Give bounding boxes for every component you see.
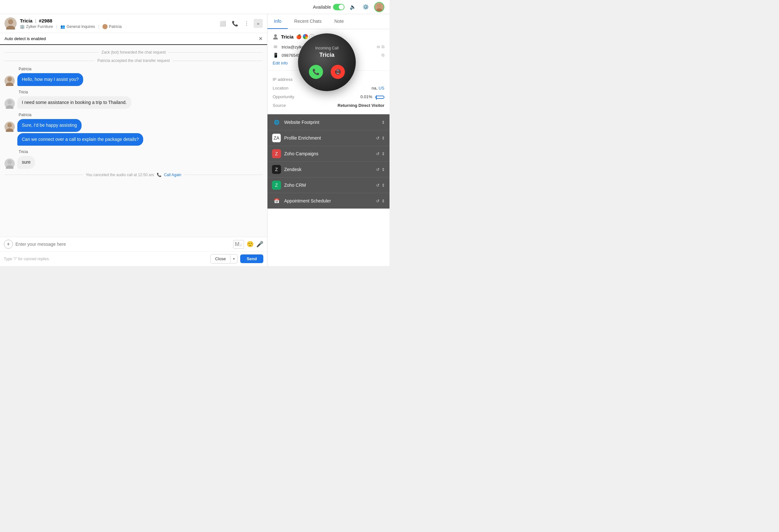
section-expand-zoho-campaigns[interactable]: ⇕: [381, 151, 385, 156]
company-name: Zylker Furniture: [26, 24, 53, 29]
section-panel-icon-website-footprint: 🌐: [272, 118, 281, 127]
incoming-call-name: Tricia: [319, 52, 334, 58]
apple-icon: 🍎: [296, 34, 302, 39]
external-link-button[interactable]: ⬜: [218, 19, 227, 28]
message-group-1: Patricia Hello, how may I assist you?: [4, 67, 263, 86]
contact-avatar: [4, 17, 17, 29]
email-copy-icons: ✉ ⧉: [377, 44, 384, 49]
user-bubble-1: I need some assistance in booking a trip…: [17, 96, 131, 109]
message-row-3a: Sure, I'd be happy assisting: [4, 119, 263, 132]
phone-copy-button[interactable]: ⧉: [381, 53, 384, 58]
section-panel-zoho-crm[interactable]: ZZoho CRM↺⇕: [267, 177, 390, 193]
close-button[interactable]: Close: [211, 255, 230, 263]
user-avatar[interactable]: [374, 2, 384, 12]
section-expand-zoho-crm[interactable]: ⇕: [381, 183, 385, 188]
call-again-link[interactable]: Call Again: [164, 173, 181, 177]
dept-icon: 👥: [60, 24, 65, 29]
section-panel-icon-zoho-campaigns: Z: [272, 149, 281, 158]
canned-hint: Type "/" for canned replies.: [4, 257, 50, 261]
source-row: Source Returning Direct Visitor: [273, 101, 384, 110]
section-expand-website-footprint[interactable]: ⇕: [381, 120, 385, 125]
input-toolbar: + M↓ 🙂 🎤: [0, 237, 267, 251]
email-copy-button[interactable]: ⧉: [381, 44, 384, 49]
section-panel-label-zoho-crm: Zoho CRM: [284, 183, 306, 188]
svg-point-9: [6, 128, 13, 132]
settings-icon[interactable]: ⚙️: [361, 3, 370, 11]
section-panels: 🌐Website Footprint⇕ZAProfile Enrichment↺…: [267, 114, 390, 209]
section-refresh-zoho-crm[interactable]: ↺: [376, 183, 379, 188]
markdown-icon[interactable]: M↓: [233, 240, 244, 249]
chat-title: Tricia | #2988: [20, 18, 215, 23]
message-group-2: Tricia I need some assistance in booking…: [4, 90, 263, 109]
section-panel-label-zoho-campaigns: Zoho Campaigns: [284, 151, 318, 156]
department-item: 👥 General Inquires: [60, 24, 95, 29]
section-refresh-zendesk[interactable]: ↺: [376, 167, 379, 172]
contact-name-display: Tricia: [281, 34, 294, 40]
svg-point-10: [7, 160, 12, 164]
auto-detect-banner: Auto detect is enabled ✕: [0, 33, 267, 45]
section-panel-website-footprint[interactable]: 🌐Website Footprint⇕: [267, 114, 390, 130]
sender-name-patricia-1: Patricia: [19, 67, 263, 71]
section-panel-appointment-scheduler[interactable]: 📅Appointment Scheduler↺⇕: [267, 193, 390, 209]
agent-message-avatar: [4, 76, 15, 86]
svg-point-7: [6, 105, 13, 109]
department-name: General Inquires: [66, 24, 95, 29]
edit-info-link[interactable]: Edit info: [273, 61, 288, 65]
svg-point-0: [377, 4, 381, 8]
accept-call-button[interactable]: 📞: [309, 65, 323, 79]
company-item: 🏢 Zylker Furniture: [20, 24, 53, 29]
section-expand-appointment-scheduler[interactable]: ⇕: [381, 199, 385, 203]
section-panel-icon-appointment-scheduler: 📅: [272, 196, 281, 205]
section-panel-zoho-campaigns[interactable]: ZZoho Campaigns↺⇕: [267, 146, 390, 161]
emoji-icon[interactable]: 🙂: [247, 241, 254, 248]
call-action-buttons: 📞 📵: [309, 65, 345, 79]
panel-tabs: Info Recent Chats Note: [267, 14, 390, 29]
phone-copy-icons: ⧉: [381, 53, 384, 58]
section-panel-label-profile-enrichment: Profile Enrichment: [284, 135, 321, 141]
chat-header: Tricia | #2988 🏢 Zylker Furniture | 👥 Ge…: [0, 14, 267, 33]
chat-header-info: Tricia | #2988 🏢 Zylker Furniture | 👥 Ge…: [20, 18, 215, 29]
message-row-1: Hello, how may I assist you?: [4, 73, 263, 86]
section-panel-zendesk[interactable]: ZZendesk↺⇕: [267, 161, 390, 177]
expand-panel-button[interactable]: »: [254, 19, 263, 28]
svg-point-6: [7, 100, 12, 104]
location-label: Location: [273, 86, 302, 90]
availability-toggle[interactable]: [333, 4, 345, 10]
company-icon: 🏢: [20, 24, 25, 29]
sender-name-patricia-2: Patricia: [19, 113, 263, 117]
message-row-4: sure: [4, 156, 263, 169]
sender-name-tricia-2: Tricia: [19, 149, 263, 154]
more-options-button[interactable]: ⋮: [243, 19, 250, 28]
section-refresh-zoho-campaigns[interactable]: ↺: [376, 151, 379, 156]
section-refresh-profile-enrichment[interactable]: ↺: [376, 136, 379, 141]
section-panel-profile-enrichment[interactable]: ZAProfile Enrichment↺⇕: [267, 130, 390, 146]
ticket-id: #2988: [39, 18, 52, 23]
banner-close-button[interactable]: ✕: [258, 36, 263, 42]
contact-person-icon: [273, 34, 279, 40]
sender-name-tricia-1: Tricia: [19, 90, 263, 94]
chat-subtitle: 🏢 Zylker Furniture | 👥 General Inquires …: [20, 24, 215, 29]
send-button[interactable]: Send: [240, 255, 263, 263]
section-expand-profile-enrichment[interactable]: ⇕: [381, 136, 385, 141]
decline-call-button[interactable]: 📵: [331, 65, 345, 79]
email-mail-button[interactable]: ✉: [377, 44, 380, 49]
section-expand-zendesk[interactable]: ⇕: [381, 167, 385, 172]
section-panel-label-zendesk: Zendesk: [284, 167, 302, 172]
tab-recent-chats[interactable]: Recent Chats: [288, 14, 328, 29]
svg-point-2: [8, 19, 13, 24]
section-refresh-appointment-scheduler[interactable]: ↺: [376, 199, 379, 203]
message-input[interactable]: [15, 242, 231, 247]
mic-icon[interactable]: 🎤: [256, 241, 263, 248]
user-message-avatar-1: [4, 98, 15, 109]
svg-point-12: [274, 34, 277, 37]
phone-button[interactable]: 📞: [231, 19, 240, 28]
volume-icon[interactable]: 🔈: [348, 3, 357, 11]
close-chevron-button[interactable]: ▾: [230, 255, 237, 262]
chat-messages: Zack (bot) forwarded the chat request Pa…: [0, 45, 267, 237]
tab-note[interactable]: Note: [328, 14, 350, 29]
svg-point-13: [273, 37, 278, 40]
tab-info[interactable]: Info: [267, 14, 288, 29]
add-attachment-button[interactable]: +: [4, 240, 13, 249]
chat-header-actions: ⬜ 📞 ⋮ »: [218, 19, 263, 28]
svg-point-5: [6, 82, 13, 86]
